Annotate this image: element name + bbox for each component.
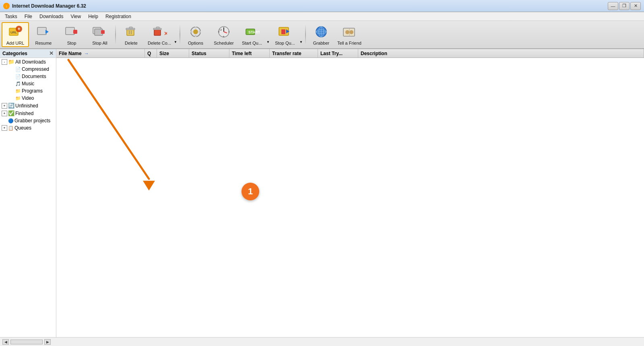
menu-view[interactable]: View xyxy=(67,13,84,20)
options-icon xyxy=(188,24,204,40)
stop-button[interactable]: Stop xyxy=(58,22,85,47)
title-bar: ↓ Internet Download Manager 6.32 — ❐ ✕ xyxy=(0,0,644,12)
stop-queue-button[interactable]: Stop Qu... xyxy=(271,22,299,47)
sidebar-item-music[interactable]: 🎵 Music xyxy=(0,80,56,87)
stop-queue-arrow[interactable]: ▼ xyxy=(299,22,303,47)
col-queue-label: Q xyxy=(147,51,151,56)
minimize-button[interactable]: — xyxy=(608,2,618,10)
svg-text:URL: URL xyxy=(10,31,17,34)
start-queue-arrow[interactable]: ▼ xyxy=(266,22,270,47)
expand-finished[interactable]: + xyxy=(2,111,7,116)
expand-all-downloads[interactable]: - xyxy=(2,59,7,65)
main-container: Categories ✕ - 📁 All Downloads 📄 Compres… xyxy=(0,49,644,337)
start-queue-label: Start Qu... xyxy=(242,41,262,45)
scroll-track[interactable] xyxy=(10,340,43,344)
add-url-button[interactable]: + URL Add URL xyxy=(2,22,29,47)
close-button[interactable]: ✕ xyxy=(630,2,641,10)
svg-rect-25 xyxy=(199,31,201,33)
menu-file[interactable]: File xyxy=(21,13,35,20)
scroll-controls: ◀ ▶ xyxy=(2,339,51,345)
delete-completed-button[interactable]: ✕ Delete Co... xyxy=(146,22,173,47)
scheduler-label: Scheduler xyxy=(214,41,234,45)
add-url-label: Add URL xyxy=(6,41,25,45)
stop-queue-group: Stop Qu... ▼ xyxy=(271,22,303,47)
queues-icon: 📋 xyxy=(8,126,14,131)
sidebar-item-queues[interactable]: + 📋 Queues xyxy=(0,124,56,132)
col-transfer-rate[interactable]: Transfer rate xyxy=(270,49,318,58)
programs-icon: 📁 xyxy=(15,89,21,94)
sidebar-close-button[interactable]: ✕ xyxy=(49,50,54,56)
scroll-right-button[interactable]: ▶ xyxy=(44,339,51,345)
sidebar-item-video[interactable]: 📁 Video xyxy=(0,95,56,102)
grabber-label: Grabber xyxy=(313,41,329,45)
col-time-left[interactable]: Time left xyxy=(229,49,270,58)
sort-arrow-icon: → xyxy=(84,51,89,56)
col-size-label: Size xyxy=(159,51,169,56)
col-description[interactable]: Description xyxy=(358,49,644,58)
stop-all-button[interactable]: Stop All xyxy=(86,22,114,47)
menu-downloads[interactable]: Downloads xyxy=(36,13,66,20)
add-url-icon: + URL xyxy=(7,24,23,40)
maximize-button[interactable]: ❐ xyxy=(619,2,630,10)
tell-friend-label: Tell a Friend xyxy=(337,41,361,45)
col-filename[interactable]: File Name → xyxy=(56,49,145,58)
scroll-left-button[interactable]: ◀ xyxy=(2,339,9,345)
resume-button[interactable]: Resume xyxy=(30,22,57,47)
menu-registration[interactable]: Registration xyxy=(102,13,134,20)
scheduler-button[interactable]: 12 3 6 9 Scheduler xyxy=(210,22,237,47)
col-status[interactable]: Status xyxy=(189,49,229,58)
col-last-try-label: Last Try... xyxy=(320,51,343,56)
sidebar-item-all-downloads[interactable]: - 📁 All Downloads xyxy=(0,58,56,66)
sidebar-item-grabber-projects[interactable]: 🔵 Grabber projects xyxy=(0,117,56,124)
start-queue-button[interactable]: START Start Qu... xyxy=(238,22,266,47)
col-size[interactable]: Size xyxy=(157,49,189,58)
stop-label: Stop xyxy=(67,41,76,45)
grabber-button[interactable]: Grabber xyxy=(308,22,335,47)
menu-tasks[interactable]: Tasks xyxy=(2,13,21,20)
svg-text:START: START xyxy=(248,30,260,34)
content-area: File Name → Q Size Status Time left Tran… xyxy=(56,49,644,337)
delete-button[interactable]: Delete xyxy=(118,22,145,47)
menu-help[interactable]: Help xyxy=(85,13,101,20)
col-last-try[interactable]: Last Try... xyxy=(318,49,358,58)
svg-rect-13 xyxy=(129,27,132,29)
col-filename-label: File Name xyxy=(59,51,82,56)
sidebar-item-programs[interactable]: 📁 Programs xyxy=(0,87,56,95)
unfinished-label: Unfinished xyxy=(15,103,38,109)
svg-point-45 xyxy=(349,30,353,34)
table-body: 1 xyxy=(56,58,644,337)
col-time-left-label: Time left xyxy=(232,51,252,56)
svg-rect-6 xyxy=(66,27,74,35)
programs-label: Programs xyxy=(22,88,43,94)
finished-label: Finished xyxy=(15,111,33,116)
scheduler-icon: 12 3 6 9 xyxy=(216,24,232,40)
expand-unfinished[interactable]: + xyxy=(2,103,7,109)
expand-queues[interactable]: + xyxy=(2,125,7,131)
sidebar-item-finished[interactable]: + ✅ Finished xyxy=(0,109,56,117)
delete-completed-arrow[interactable]: ▼ xyxy=(173,22,178,47)
svg-text:12: 12 xyxy=(219,29,222,31)
music-icon: 🎵 xyxy=(15,81,21,86)
queues-label: Queues xyxy=(14,125,31,131)
col-queue[interactable]: Q xyxy=(145,49,157,58)
app-icon: ↓ xyxy=(3,3,10,9)
svg-rect-18 xyxy=(156,27,159,29)
tell-friend-icon xyxy=(341,24,357,40)
grabber-projects-label: Grabber projects xyxy=(14,118,50,124)
finished-icon: ✅ xyxy=(8,110,14,116)
video-label: Video xyxy=(22,95,34,101)
documents-label: Documents xyxy=(22,74,46,79)
sidebar-item-documents[interactable]: 📄 Documents xyxy=(0,73,56,80)
tell-friend-button[interactable]: Tell a Friend xyxy=(336,22,363,47)
sidebar-item-compressed[interactable]: 📄 Compressed xyxy=(0,66,56,73)
title-bar-left: ↓ Internet Download Manager 6.32 xyxy=(3,3,86,9)
start-queue-icon: START xyxy=(244,24,260,40)
window-title: Internet Download Manager 6.32 xyxy=(12,3,86,9)
sidebar-item-unfinished[interactable]: + 🔄 Unfinished xyxy=(0,102,56,109)
svg-rect-22 xyxy=(195,27,196,29)
svg-text:+: + xyxy=(17,26,20,32)
options-button[interactable]: Options xyxy=(182,22,209,47)
toolbar-sep-1 xyxy=(115,25,116,45)
stop-queue-icon xyxy=(277,24,293,40)
stop-all-label: Stop All xyxy=(92,41,107,45)
